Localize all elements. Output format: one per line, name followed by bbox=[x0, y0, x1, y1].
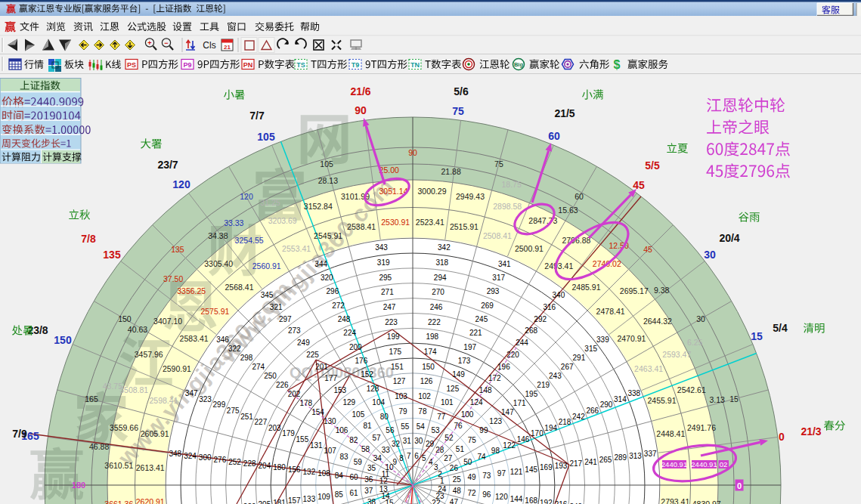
svg-text:2793.41: 2793.41 bbox=[661, 497, 689, 504]
svg-text:57: 57 bbox=[373, 434, 382, 442]
svg-text:297: 297 bbox=[279, 315, 292, 323]
svg-text:2538.41: 2538.41 bbox=[347, 222, 376, 231]
svg-text:2500.91: 2500.91 bbox=[515, 244, 544, 253]
svg-text:43.75: 43.75 bbox=[103, 382, 122, 391]
svg-text:33: 33 bbox=[382, 446, 391, 454]
svg-text:172: 172 bbox=[488, 374, 501, 382]
svg-text:98: 98 bbox=[491, 447, 500, 455]
svg-text:TS: TS bbox=[296, 61, 305, 69]
svg-text:120: 120 bbox=[240, 192, 253, 201]
svg-text:60: 60 bbox=[548, 130, 560, 142]
svg-text:2: 2 bbox=[438, 470, 442, 478]
svg-text:204: 204 bbox=[259, 462, 271, 470]
svg-text:9.38: 9.38 bbox=[654, 286, 670, 295]
svg-text:169: 169 bbox=[540, 463, 553, 472]
svg-text:170: 170 bbox=[531, 429, 544, 438]
svg-text:2485.91: 2485.91 bbox=[572, 283, 601, 292]
svg-text:97: 97 bbox=[497, 469, 506, 478]
svg-text:299: 299 bbox=[213, 400, 226, 409]
svg-text:75: 75 bbox=[468, 436, 477, 444]
svg-text:2583.41: 2583.41 bbox=[180, 334, 209, 343]
svg-text:243: 243 bbox=[549, 372, 562, 380]
svg-text:222: 222 bbox=[428, 318, 441, 326]
svg-text:193: 193 bbox=[555, 462, 568, 470]
svg-text:165: 165 bbox=[85, 394, 98, 404]
svg-text:4830.97: 4830.97 bbox=[692, 499, 721, 504]
svg-text:271: 271 bbox=[381, 288, 394, 296]
svg-text:21/6: 21/6 bbox=[350, 85, 370, 97]
svg-text:2593.47: 2593.47 bbox=[662, 350, 691, 359]
svg-text:48: 48 bbox=[453, 487, 462, 495]
svg-text:23/7: 23/7 bbox=[157, 159, 178, 171]
svg-text:347: 347 bbox=[185, 389, 198, 397]
svg-text:197: 197 bbox=[463, 343, 476, 351]
svg-text:2898.58: 2898.58 bbox=[493, 202, 522, 211]
svg-text:153: 153 bbox=[333, 386, 346, 394]
svg-text:51: 51 bbox=[456, 445, 465, 453]
svg-text:15: 15 bbox=[751, 330, 763, 342]
svg-text:5/4: 5/4 bbox=[773, 322, 788, 334]
svg-text:157: 157 bbox=[288, 496, 301, 504]
svg-text:196: 196 bbox=[497, 363, 510, 371]
svg-text:195: 195 bbox=[525, 390, 538, 398]
svg-text:15: 15 bbox=[729, 394, 739, 404]
svg-text:83: 83 bbox=[339, 453, 348, 461]
svg-text:267: 267 bbox=[561, 363, 574, 371]
svg-text:47: 47 bbox=[450, 498, 459, 504]
svg-text:339: 339 bbox=[596, 335, 609, 344]
svg-text:122: 122 bbox=[503, 441, 516, 450]
svg-text:0: 0 bbox=[779, 431, 785, 443]
svg-text:151: 151 bbox=[391, 363, 404, 371]
svg-text:26: 26 bbox=[450, 464, 459, 472]
svg-text:5/5: 5/5 bbox=[645, 159, 660, 172]
svg-text:5: 5 bbox=[422, 454, 426, 462]
svg-text:2491.76: 2491.76 bbox=[687, 423, 716, 432]
svg-text:135: 135 bbox=[103, 249, 121, 261]
svg-text:21.88: 21.88 bbox=[441, 167, 460, 176]
svg-text:341: 341 bbox=[498, 260, 511, 268]
svg-text:273: 273 bbox=[288, 326, 301, 335]
svg-text:125: 125 bbox=[447, 385, 460, 393]
svg-text:77: 77 bbox=[437, 413, 446, 421]
svg-text:180: 180 bbox=[273, 463, 286, 472]
svg-text:318: 318 bbox=[435, 258, 448, 267]
svg-text:80: 80 bbox=[380, 413, 389, 421]
svg-text:225: 225 bbox=[306, 351, 319, 359]
svg-text:270: 270 bbox=[432, 288, 444, 296]
svg-text:3356.25: 3356.25 bbox=[177, 286, 206, 295]
svg-text:205: 205 bbox=[259, 500, 271, 504]
svg-text:78: 78 bbox=[418, 407, 427, 416]
svg-text:30: 30 bbox=[696, 314, 705, 323]
svg-text:2695.17: 2695.17 bbox=[620, 286, 649, 295]
svg-text:127: 127 bbox=[393, 377, 406, 385]
svg-text:194: 194 bbox=[544, 424, 557, 432]
svg-text:PS: PS bbox=[127, 61, 136, 69]
svg-text:298: 298 bbox=[240, 354, 253, 362]
svg-text:02: 02 bbox=[720, 460, 728, 468]
svg-text:242: 242 bbox=[572, 413, 585, 421]
svg-text:177: 177 bbox=[324, 374, 337, 382]
svg-text:293: 293 bbox=[487, 287, 500, 295]
svg-text:276: 276 bbox=[214, 456, 227, 464]
svg-text:296: 296 bbox=[327, 287, 339, 295]
svg-text:7/9: 7/9 bbox=[12, 428, 27, 440]
svg-text:132: 132 bbox=[303, 468, 316, 476]
svg-text:3: 3 bbox=[434, 463, 438, 472]
svg-text:2440.91: 2440.91 bbox=[661, 460, 687, 468]
svg-text:104: 104 bbox=[372, 398, 385, 407]
svg-text:124: 124 bbox=[470, 398, 483, 407]
svg-text:52: 52 bbox=[444, 434, 454, 442]
svg-text:179: 179 bbox=[282, 429, 295, 438]
svg-text:T9: T9 bbox=[352, 61, 360, 69]
svg-text:272: 272 bbox=[332, 301, 345, 310]
svg-text:8: 8 bbox=[399, 454, 404, 462]
svg-text:248: 248 bbox=[338, 315, 351, 323]
svg-text:37: 37 bbox=[364, 487, 373, 495]
svg-text:2493.41: 2493.41 bbox=[544, 261, 573, 271]
svg-text:226: 226 bbox=[276, 381, 289, 389]
svg-text:289: 289 bbox=[614, 453, 627, 462]
svg-text:181: 181 bbox=[273, 499, 286, 504]
svg-text:30: 30 bbox=[414, 437, 423, 445]
svg-text:244: 244 bbox=[516, 339, 528, 347]
svg-text:105: 105 bbox=[257, 131, 275, 143]
